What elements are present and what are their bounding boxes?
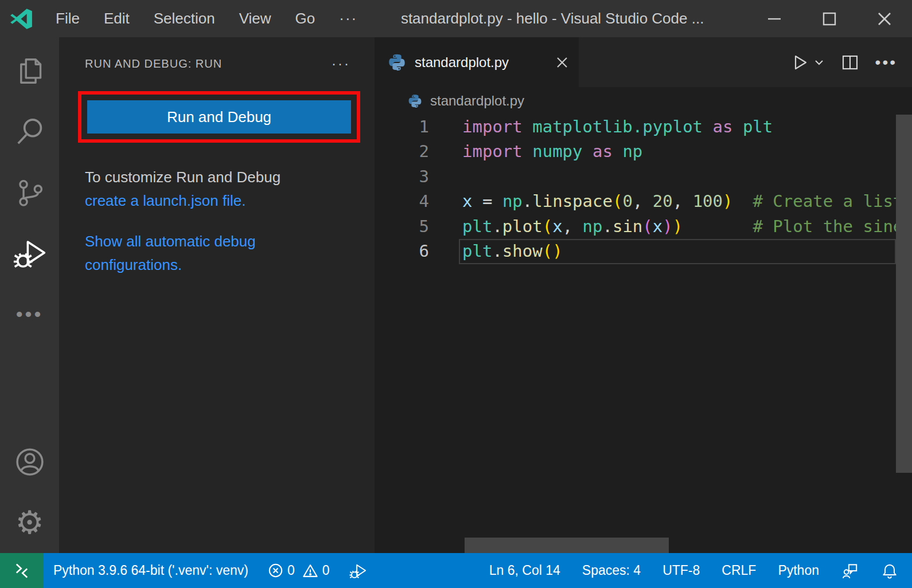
- red-annotation-box: Run and Debug: [78, 91, 360, 143]
- search-icon: [14, 116, 45, 147]
- code-line-3[interactable]: 3: [375, 164, 912, 189]
- line-content: plt.show(): [429, 239, 563, 264]
- run-debug-sidebar: RUN AND DEBUG: RUN ··· Run and Debug To …: [59, 37, 375, 553]
- window-title: standardplot.py - hello - Visual Studio …: [369, 10, 747, 28]
- tab-close-icon[interactable]: [555, 55, 570, 70]
- customize-hint-text: To customize Run and Debug: [85, 168, 280, 186]
- debug-status[interactable]: [340, 553, 376, 588]
- run-icon: [790, 53, 809, 72]
- warning-count: 0: [322, 563, 330, 578]
- run-dropdown-chevron-icon[interactable]: [813, 57, 825, 68]
- vscode-logo: [9, 7, 33, 31]
- code-line-6[interactable]: 6plt.show(): [375, 239, 912, 264]
- maximize-button[interactable]: [802, 0, 857, 37]
- notifications-button[interactable]: [870, 553, 912, 588]
- line-content: [429, 164, 462, 189]
- tab-standardplot-py[interactable]: standardplot.py: [375, 37, 579, 87]
- python-icon: [387, 53, 407, 72]
- title-bar: File Edit Selection View Go ··· standard…: [0, 0, 912, 37]
- encoding-setting[interactable]: UTF-8: [652, 553, 711, 588]
- sidebar-more-actions[interactable]: ···: [332, 56, 350, 72]
- code-line-5[interactable]: 5plt.plot(x, np.sin(x)) # Plot the sine: [375, 214, 912, 239]
- python-icon: [407, 93, 423, 109]
- interpreter-label: Python 3.9.6 64-bit ('.venv': venv): [53, 563, 248, 578]
- debug-icon: [349, 562, 367, 579]
- menu-selection[interactable]: Selection: [142, 0, 227, 37]
- run-and-debug-action-button[interactable]: Run and Debug: [87, 100, 351, 134]
- error-count: 0: [287, 563, 295, 578]
- code-line-2[interactable]: 2import numpy as np: [375, 139, 912, 164]
- source-control-button[interactable]: [0, 162, 59, 223]
- cursor-position[interactable]: Ln 6, Col 14: [478, 553, 571, 588]
- code-editor[interactable]: 1import matplotlib.pyplot as plt2import …: [375, 115, 912, 553]
- settings-button[interactable]: ⚙: [0, 492, 59, 553]
- sidebar-title: RUN AND DEBUG: RUN: [85, 57, 332, 70]
- more-icon: •••: [16, 303, 44, 326]
- activity-bar: ••• ⚙: [0, 37, 59, 553]
- vertical-scrollbar[interactable]: [896, 115, 912, 473]
- remote-indicator-icon: [13, 562, 30, 579]
- line-number: 6: [375, 239, 429, 264]
- account-icon: [14, 446, 46, 478]
- editor-group: standardplot.py •••: [375, 37, 912, 553]
- warning-icon: [302, 563, 318, 579]
- explorer-button[interactable]: [0, 41, 59, 101]
- menu-view[interactable]: View: [227, 0, 283, 37]
- line-number: 1: [375, 115, 429, 139]
- run-python-file-button[interactable]: [790, 53, 825, 72]
- status-bar: Python 3.9.6 64-bit ('.venv': venv) 0 0 …: [0, 553, 912, 588]
- tab-bar: standardplot.py •••: [375, 37, 912, 87]
- more-actions-icon[interactable]: •••: [875, 53, 897, 72]
- horizontal-scrollbar[interactable]: [465, 538, 669, 553]
- eol-setting[interactable]: CRLF: [711, 553, 767, 588]
- show-debug-configurations-link[interactable]: Show all automatic debug configurations.: [85, 230, 306, 277]
- menu-edit[interactable]: Edit: [92, 0, 142, 37]
- line-content: import numpy as np: [429, 139, 642, 164]
- run-and-debug-button[interactable]: [0, 223, 59, 284]
- menu-go[interactable]: Go: [283, 0, 328, 37]
- menu-file[interactable]: File: [44, 0, 92, 37]
- code-line-4[interactable]: 4x = np.linspace(0, 20, 100) # Create a …: [375, 189, 912, 214]
- problems-indicator[interactable]: 0 0: [258, 553, 340, 588]
- split-editor-button[interactable]: [841, 53, 859, 72]
- breadcrumb[interactable]: standardplot.py: [375, 87, 912, 115]
- notifications-bell-icon: [881, 562, 898, 579]
- line-content: plt.plot(x, np.sin(x)) # Plot the sine: [429, 214, 903, 239]
- source-control-icon: [14, 177, 45, 208]
- line-number: 2: [375, 139, 429, 164]
- line-number: 4: [375, 189, 429, 214]
- settings-gear-icon: ⚙: [15, 507, 44, 539]
- close-button[interactable]: [857, 0, 912, 37]
- tab-label: standardplot.py: [415, 54, 509, 70]
- feedback-icon: [841, 562, 859, 580]
- python-interpreter-selector[interactable]: Python 3.9.6 64-bit ('.venv': venv): [44, 553, 258, 588]
- breadcrumb-file-label[interactable]: standardplot.py: [430, 93, 524, 109]
- code-line-1[interactable]: 1import matplotlib.pyplot as plt: [375, 115, 912, 139]
- code-lines: 1import matplotlib.pyplot as plt2import …: [375, 115, 912, 264]
- language-mode[interactable]: Python: [767, 553, 830, 588]
- feedback-button[interactable]: [830, 553, 870, 588]
- line-number: 5: [375, 214, 429, 239]
- indentation-setting[interactable]: Spaces: 4: [571, 553, 652, 588]
- line-content: import matplotlib.pyplot as plt: [429, 115, 773, 139]
- create-launch-json-link[interactable]: create a launch.json file.: [85, 189, 352, 213]
- account-button[interactable]: [0, 432, 59, 492]
- remote-indicator[interactable]: [0, 553, 44, 588]
- line-content: x = np.linspace(0, 20, 100) # Create a l…: [429, 189, 903, 214]
- additional-views-button[interactable]: •••: [0, 284, 59, 344]
- minimize-button[interactable]: [747, 0, 802, 37]
- error-icon: [268, 563, 283, 578]
- menu-more[interactable]: ···: [327, 0, 369, 37]
- files-icon: [14, 56, 45, 87]
- run-and-debug-icon: [13, 237, 46, 270]
- search-button[interactable]: [0, 101, 59, 162]
- line-number: 3: [375, 164, 429, 189]
